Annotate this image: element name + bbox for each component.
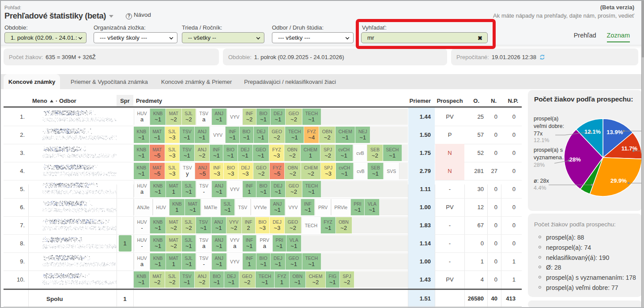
grade-chip-VLA[interactable]: VLA~1	[286, 235, 301, 252]
grade-chip-GEO[interactable]: GEO~1	[253, 145, 270, 161]
grade-chip-ANJ[interactable]: ANJ~1	[212, 235, 227, 252]
spr-grade-chip[interactable]: 1	[119, 235, 132, 252]
grade-chip-MAT[interactable]: MAT~1	[150, 127, 166, 143]
grade-chip-SJL[interactable]: SJL~1	[182, 235, 196, 252]
grade-chip-VLA[interactable]: VLA~1	[365, 199, 380, 215]
filter-select-3[interactable]: --- všetky ---	[272, 32, 354, 43]
grade-chip-TSV[interactable]: TSV~1	[180, 127, 195, 143]
grade-chip-GEO[interactable]: GEO~2	[286, 109, 302, 125]
grade-chip-KNB[interactable]: KNB~1	[150, 181, 166, 197]
grade-chip-cvCH[interactable]: cvCH~1	[336, 163, 354, 179]
student-name-blurred[interactable]	[28, 234, 117, 252]
grade-chip-PRI[interactable]: PRI~1	[351, 199, 365, 215]
grade-chip-MAT[interactable]: MAT~1	[185, 199, 201, 215]
grade-chip-TSV[interactable]: TSVa	[196, 109, 212, 125]
student-name-blurred[interactable]	[28, 198, 117, 216]
column-header-spr[interactable]: Spr	[117, 95, 133, 107]
grade-chip-TSV[interactable]: TSV-	[196, 181, 212, 197]
tab-1[interactable]: Priemer & Vypočítaná známka	[66, 74, 153, 89]
grade-chip-KNB[interactable]: KNB~1	[150, 217, 166, 233]
grade-chip-CHEM[interactable]: CHEM~2	[306, 271, 326, 288]
grade-chip-GEO[interactable]: GEO~2	[239, 271, 256, 288]
student-name-blurred[interactable]	[28, 270, 117, 289]
grade-chip-HUV[interactable]: HUV-	[134, 217, 150, 233]
grade-chip-SPJ[interactable]: SPJ~3	[321, 163, 335, 179]
filter-select-2[interactable]: -- všetky --	[182, 32, 264, 43]
grade-chip-GEO[interactable]: GEO~2	[253, 163, 270, 179]
grade-chip-HUV[interactable]: HUVa	[134, 253, 150, 270]
filter-select-1[interactable]: --- všetky školy ---	[94, 32, 177, 43]
grade-chip-SEB[interactable]: SEB~1	[368, 163, 383, 179]
grade-chip-GEO[interactable]: GEO~2	[269, 127, 286, 143]
grade-chip-TSV[interactable]: TSV~1	[196, 217, 211, 233]
column-header-predmety[interactable]: Predmety	[136, 95, 162, 106]
grade-chip-ANJ[interactable]: ANJ~1	[211, 217, 226, 233]
grade-chip-BIO[interactable]: BIO~3	[224, 163, 238, 179]
student-name-blurred[interactable]	[28, 252, 117, 270]
grade-chip-OBN[interactable]: OBN~2	[336, 217, 352, 233]
grade-chip-INF[interactable]: INF1	[243, 253, 256, 270]
grade-chip-SVS[interactable]: SVS	[384, 163, 399, 179]
grade-chip-INF[interactable]: INF~1	[226, 127, 239, 143]
grade-chip-FYZ[interactable]: FYZ~4	[304, 127, 319, 143]
page-title[interactable]: Prehľadové štatistiky (beta)	[4, 11, 106, 21]
student-name-blurred[interactable]	[28, 162, 117, 180]
grade-chip-INF[interactable]: INF~2	[243, 109, 256, 125]
grade-chip-ANJ[interactable]: ANJ~1	[212, 109, 227, 125]
grade-chip-TSV[interactable]: TSVy	[180, 163, 196, 179]
grade-chip-SEB[interactable]: SEB~2	[367, 145, 383, 161]
filter-select-0[interactable]: 1. polrok (02.09. - 24.01.:	[4, 32, 87, 43]
student-name-blurred[interactable]	[28, 126, 117, 144]
student-name-blurred[interactable]	[28, 216, 117, 234]
grade-chip-VYV[interactable]: VYV	[285, 199, 301, 215]
grade-chip-CHEM[interactable]: CHEM~1	[335, 127, 355, 143]
grade-chip-SJL[interactable]: SJL~2	[182, 109, 196, 125]
grade-chip-VYV[interactable]: VYVa	[227, 235, 243, 252]
column-header-np[interactable]: N.P.	[501, 95, 518, 106]
grade-chip-SJL[interactable]: SJL~1	[221, 199, 235, 215]
grade-chip-KNB[interactable]: KNB~1	[150, 235, 166, 252]
column-header-priemer[interactable]: Priemer	[408, 95, 431, 106]
grade-chip-BIO[interactable]: BIO~1	[256, 109, 271, 125]
grade-chip-FYZ[interactable]: FYZ~5	[270, 163, 285, 179]
help-link[interactable]: ?Návod	[126, 11, 151, 19]
view-link-zoznam[interactable]: Zoznam	[607, 32, 630, 42]
grade-chip-ANJ[interactable]: ANJ~2	[195, 271, 210, 288]
grade-chip-ANJ[interactable]: ANJ~1	[212, 253, 227, 270]
grade-chip-FYZ[interactable]: FYZ~3	[269, 145, 284, 161]
column-header-o[interactable]: O.	[464, 95, 479, 106]
grade-chip-FIG[interactable]: FIG~1	[326, 271, 340, 288]
grade-chip-VYV[interactable]: VYV	[227, 181, 243, 197]
grade-chip-VYV[interactable]: VYV~2	[226, 217, 242, 233]
grade-chip-DEJ[interactable]: DEJ~3	[270, 217, 285, 233]
grade-chip-MAT[interactable]: MAT~5	[150, 163, 166, 179]
grade-chip-MAT[interactable]: MAT1	[166, 181, 182, 197]
grade-chip-BIO[interactable]: BIO~1	[256, 253, 271, 270]
view-link-prehlad[interactable]: Prehľad	[574, 32, 596, 39]
grade-chip-FYZ[interactable]: FYZ1	[275, 271, 290, 288]
grade-chip-DEJ[interactable]: DEJ~3	[238, 163, 253, 179]
grade-chip-DEJ[interactable]: DEJ~1	[238, 145, 253, 161]
grade-chip-cvB[interactable]: cvB	[354, 163, 368, 179]
title-dropdown-caret-icon[interactable]	[109, 15, 113, 18]
tab-2[interactable]: Koncové známky & Priemer	[156, 74, 237, 89]
grade-chip-CHEM[interactable]: CHEM1	[301, 145, 320, 161]
grade-chip-SPJ[interactable]: SPJ~2	[340, 271, 354, 288]
grade-chip-VYV[interactable]: VYV	[227, 109, 243, 125]
grade-chip-ANJ[interactable]: ANJ~5	[195, 163, 210, 179]
grade-chip-KNB[interactable]: KNB~1	[134, 127, 150, 143]
grade-chip-cvCH[interactable]: cvCH~1	[335, 145, 353, 161]
grade-chip-MATle[interactable]: MATle	[201, 199, 221, 215]
grade-chip-OBN[interactable]: OBN~2	[285, 163, 301, 179]
grade-chip-SJL[interactable]: SJL~3	[165, 145, 179, 161]
grade-chip-GEO[interactable]: GEO~2	[285, 217, 301, 233]
grade-chip-KNB[interactable]: KNB~1	[134, 163, 150, 179]
grade-chip-INF[interactable]: INF~1	[210, 145, 223, 161]
grade-chip-KNB[interactable]: KNB~1	[134, 271, 150, 288]
grade-chip-KNB[interactable]: KNB~1	[134, 145, 150, 161]
grade-chip-MAT[interactable]: MAT~2	[166, 109, 182, 125]
grade-chip-GEO[interactable]: GEO~2	[286, 181, 302, 197]
grade-chip-FYZ[interactable]: FYZ~1	[321, 217, 336, 233]
grade-chip-TECH[interactable]: TECH~1	[256, 271, 275, 288]
grade-chip-ANJ[interactable]: ANJ~2	[195, 145, 210, 161]
